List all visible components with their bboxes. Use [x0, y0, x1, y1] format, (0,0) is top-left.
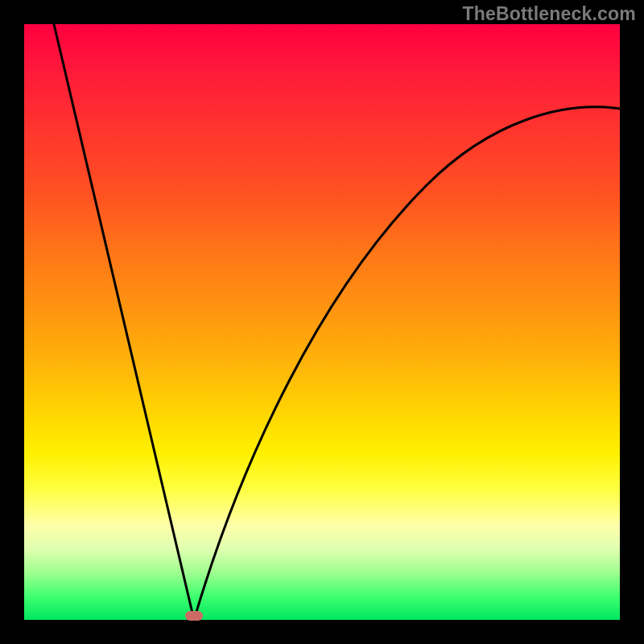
min-point-marker [185, 611, 203, 621]
bottleneck-curve [54, 24, 620, 620]
chart-container: TheBottleneck.com [0, 0, 644, 644]
watermark-text: TheBottleneck.com [462, 3, 636, 25]
curve-layer [24, 24, 620, 620]
plot-area [24, 24, 620, 620]
